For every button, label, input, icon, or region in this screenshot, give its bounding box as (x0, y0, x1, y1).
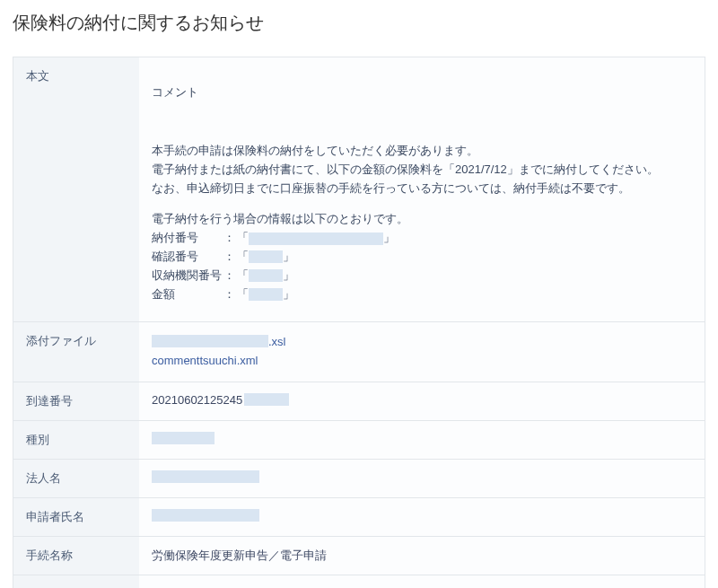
label-confirmation-number: 確認番号 (152, 248, 222, 267)
right-bracket: 」 (283, 267, 294, 285)
epayment-lead: 電子納付を行う場合の情報は以下のとおりです。 (152, 210, 692, 229)
epayment-info: 電子納付を行う場合の情報は以下のとおりです。 納付番号 ： 「 」 確認番号 ：… (152, 210, 692, 303)
attachment-2[interactable]: commenttsuuchi.xml (152, 352, 692, 371)
value-applicant-name (139, 498, 705, 536)
label-body: 本文 (13, 57, 139, 321)
arrival-number-prefix: 20210602125245 (152, 393, 242, 407)
row-arrival-number: 到達番号 20210602125245 (13, 382, 705, 421)
right-bracket: 」 (283, 248, 294, 267)
page-title: 保険料の納付に関するお知らせ (13, 11, 705, 35)
redacted-applicant-name (152, 509, 259, 522)
redacted-confirmation-number (249, 250, 283, 263)
right-bracket: 」 (383, 229, 395, 248)
row-issue-datetime: 発行日時 2021年6月2日 12時54分 (13, 575, 705, 588)
line-payment-number: 納付番号 ： 「 」 (152, 229, 692, 248)
value-procedure-name: 労働保険年度更新申告／電子申請 (139, 537, 705, 575)
colon: ： (223, 267, 235, 285)
label-agency-number: 収納機関番号 (152, 267, 222, 285)
body-paragraphs: 本手続の申請は保険料の納付をしていただく必要があります。 電子納付または紙の納付… (152, 142, 692, 197)
label-payment-number: 納付番号 (152, 229, 222, 248)
row-attachments: 添付ファイル .xsl commenttsuuchi.xml (13, 322, 705, 382)
label-procedure-name: 手続名称 (13, 537, 139, 575)
label-applicant-name: 申請者氏名 (13, 498, 139, 536)
left-bracket: 「 (237, 267, 249, 285)
redacted-agency-number (249, 269, 283, 282)
row-applicant-name: 申請者氏名 (13, 498, 705, 537)
row-category: 種別 (13, 421, 705, 460)
label-arrival-number: 到達番号 (13, 382, 139, 420)
label-amount: 金額 (152, 285, 222, 304)
body-paragraph-2: 電子納付または紙の納付書にて、以下の金額の保険料を「2021/7/12」までに納… (152, 161, 692, 180)
value-attachments: .xsl commenttsuuchi.xml (139, 322, 705, 382)
redacted-corporate-name (152, 470, 259, 483)
value-arrival-number: 20210602125245 (139, 382, 705, 420)
redacted-filename-1 (152, 335, 268, 347)
left-bracket: 「 (237, 248, 249, 267)
redacted-arrival-suffix (244, 393, 289, 406)
redacted-payment-number (249, 233, 383, 245)
label-issue-datetime: 発行日時 (13, 575, 139, 588)
line-confirmation-number: 確認番号 ： 「 」 (152, 248, 692, 267)
attachment-1-ext[interactable]: .xsl (268, 333, 286, 352)
colon: ： (223, 248, 235, 267)
row-procedure-name: 手続名称 労働保険年度更新申告／電子申請 (13, 537, 705, 575)
attachment-1: .xsl (152, 333, 692, 352)
row-body: 本文 コメント 本手続の申請は保険料の納付をしていただく必要があります。 電子納… (13, 57, 705, 322)
row-corporate-name: 法人名 (13, 460, 705, 498)
redacted-amount (249, 288, 283, 301)
label-attachments: 添付ファイル (13, 322, 139, 382)
colon: ： (223, 229, 235, 248)
redacted-category (152, 432, 215, 444)
line-amount: 金額 ： 「 」 (152, 285, 692, 304)
left-bracket: 「 (237, 229, 249, 248)
label-corporate-name: 法人名 (13, 460, 139, 497)
body-paragraph-3: なお、申込締切日までに口座振替の手続を行っている方については、納付手続は不要です… (152, 180, 692, 198)
value-category (139, 421, 705, 459)
colon: ： (223, 285, 235, 304)
line-agency-number: 収納機関番号 ： 「 」 (152, 267, 692, 285)
label-category: 種別 (13, 421, 139, 459)
value-body: コメント 本手続の申請は保険料の納付をしていただく必要があります。 電子納付また… (139, 57, 705, 321)
right-bracket: 」 (283, 285, 294, 304)
value-issue-datetime: 2021年6月2日 12時54分 (139, 575, 705, 588)
detail-panel: 本文 コメント 本手続の申請は保険料の納付をしていただく必要があります。 電子納… (13, 57, 705, 588)
left-bracket: 「 (237, 285, 249, 304)
body-paragraph-1: 本手続の申請は保険料の納付をしていただく必要があります。 (152, 142, 692, 161)
value-corporate-name (139, 460, 705, 497)
comment-heading: コメント (152, 84, 692, 101)
